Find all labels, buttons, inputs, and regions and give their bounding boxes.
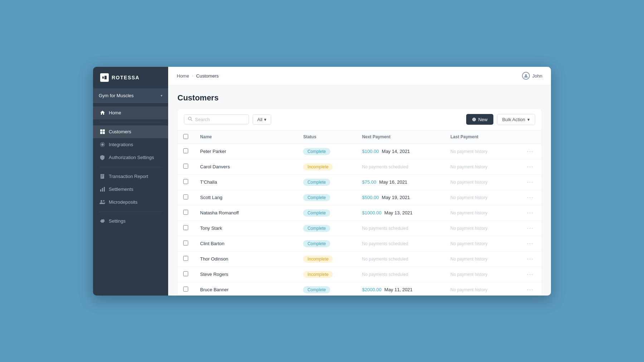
bulk-action-button[interactable]: Bulk Action ▾ [497, 114, 535, 125]
row-checkbox[interactable] [183, 225, 188, 230]
search-input[interactable] [195, 117, 245, 122]
status-badge: Complete [303, 225, 330, 232]
row-more-button[interactable]: ··· [525, 286, 536, 294]
row-more-button[interactable]: ··· [525, 255, 536, 263]
last-payment-cell: No payment history [445, 282, 518, 296]
status-badge: Complete [303, 286, 330, 293]
bar-chart-icon [99, 187, 105, 192]
sidebar-item-settlements[interactable]: Settlements [93, 183, 168, 196]
next-payment-cell: $1000.00May 13, 2021 [356, 205, 445, 220]
row-checkbox[interactable] [183, 148, 188, 153]
row-more-button[interactable]: ··· [525, 209, 536, 217]
row-more-button[interactable]: ··· [525, 224, 536, 232]
next-payment-cell: No payments scheduled [356, 236, 445, 251]
new-button[interactable]: ⊕ New [466, 114, 493, 125]
gear-icon [99, 218, 105, 224]
sidebar-item-settings[interactable]: Settings [93, 215, 168, 228]
toolbar-left: All ▾ [184, 114, 271, 125]
svg-line-13 [191, 120, 192, 121]
nav-divider [99, 122, 162, 123]
sidebar-item-integrations[interactable]: Integrations [93, 138, 168, 151]
sidebar-item-home-label: Home [109, 110, 121, 115]
customer-name[interactable]: Tony Stark [194, 220, 297, 236]
row-checkbox[interactable] [183, 194, 188, 199]
customer-name[interactable]: Clint Barton [194, 236, 297, 251]
sidebar-item-home[interactable]: Home [93, 106, 168, 119]
search-icon [188, 116, 192, 122]
main-content: Home › Customers John Customers [168, 67, 551, 296]
last-payment-cell: No payment history [445, 236, 518, 251]
next-payment-cell: No payments scheduled [356, 220, 445, 236]
next-payment-cell: $500.00May 19, 2021 [356, 190, 445, 205]
row-checkbox[interactable] [183, 256, 188, 261]
customer-name[interactable]: T'Challa [194, 174, 297, 190]
status-badge: Incomplete [303, 163, 333, 170]
customer-name[interactable]: Bruce Banner [194, 282, 297, 296]
next-payment-cell: No payments scheduled [356, 159, 445, 174]
last-payment-cell: No payment history [445, 159, 518, 174]
row-more-button[interactable]: ··· [525, 271, 536, 278]
last-payment-cell: No payment history [445, 251, 518, 267]
col-header-name: Name [194, 130, 297, 144]
row-checkbox[interactable] [183, 287, 188, 292]
breadcrumb-separator: › [192, 74, 194, 78]
sidebar-item-integrations-label: Integrations [109, 142, 133, 147]
next-payment-cell: $2000.00May 11, 2021 [356, 282, 445, 296]
row-more-button[interactable]: ··· [525, 194, 536, 202]
sidebar-item-transaction-report[interactable]: Transaction Report [93, 170, 168, 183]
row-checkbox[interactable] [183, 271, 188, 276]
no-payments-scheduled: No payments scheduled [362, 272, 408, 277]
table-row: Scott Lang Complete $500.00May 19, 2021 … [177, 190, 542, 205]
customer-name[interactable]: Thor Odinson [194, 251, 297, 267]
status-badge: Complete [303, 179, 330, 186]
page-content: Customers [168, 85, 551, 296]
user-menu[interactable]: John [522, 72, 542, 80]
row-checkbox[interactable] [183, 210, 188, 215]
breadcrumb-home[interactable]: Home [177, 73, 189, 79]
table-row: Bruce Banner Complete $2000.00May 11, 20… [177, 282, 542, 296]
table-row: Peter Parker Complete $100.00May 14, 202… [177, 144, 542, 159]
customer-name[interactable]: Peter Parker [194, 144, 297, 159]
svg-rect-4 [100, 132, 102, 134]
sidebar-item-customers-label: Customers [109, 129, 131, 134]
row-more-button[interactable]: ··· [525, 163, 536, 171]
col-header-next-payment: Next Payment [356, 130, 445, 144]
row-checkbox[interactable] [183, 240, 188, 246]
sidebar-item-customers[interactable]: Customers [93, 125, 168, 138]
integrations-icon [99, 142, 105, 148]
row-more-button[interactable]: ··· [525, 240, 536, 248]
next-payment-cell: $100.00May 14, 2021 [356, 144, 445, 159]
row-more-button[interactable]: ··· [525, 178, 536, 186]
nav-divider-3 [99, 212, 162, 212]
payment-date: May 16, 2021 [379, 179, 408, 185]
no-payments-scheduled: No payments scheduled [362, 241, 408, 246]
row-checkbox[interactable] [183, 164, 188, 169]
logo-icon [100, 73, 109, 82]
filter-dropdown[interactable]: All ▾ [253, 114, 271, 125]
table-row: T'Challa Complete $75.00May 16, 2021 No … [177, 174, 542, 190]
customer-name[interactable]: Steve Rogers [194, 267, 297, 282]
svg-rect-0 [102, 76, 104, 79]
row-checkbox[interactable] [183, 179, 188, 184]
user-avatar-icon [522, 72, 530, 80]
customer-name[interactable]: Scott Lang [194, 190, 297, 205]
app-container: ROTESSA Gym for Muscles ▾ Home [93, 67, 551, 296]
plus-icon: ⊕ [472, 116, 476, 122]
customer-name[interactable]: Natasha Romanoff [194, 205, 297, 220]
table-row: Steve Rogers Incomplete No payments sche… [177, 267, 542, 282]
last-payment-cell: No payment history [445, 190, 518, 205]
org-switcher[interactable]: Gym for Muscles ▾ [93, 89, 168, 103]
sidebar-item-auth-settings[interactable]: Authorization Settings [93, 151, 168, 164]
sidebar-item-microdeposits[interactable]: Microdeposits [93, 196, 168, 209]
payment-amount: $2000.00 [362, 287, 381, 292]
breadcrumb-current: Customers [196, 73, 219, 79]
row-more-button[interactable]: ··· [525, 148, 536, 155]
last-payment-cell: No payment history [445, 174, 518, 190]
table-row: Clint Barton Complete No payments schedu… [177, 236, 542, 251]
sidebar-nav: Home Customers [93, 103, 168, 296]
select-all-checkbox[interactable] [183, 134, 188, 139]
bulk-action-label: Bulk Action [502, 117, 525, 122]
toolbar-right: ⊕ New Bulk Action ▾ [466, 114, 535, 125]
customer-name[interactable]: Carol Danvers [194, 159, 297, 174]
customers-table-card: All ▾ ⊕ New Bulk Action ▾ [177, 109, 542, 296]
